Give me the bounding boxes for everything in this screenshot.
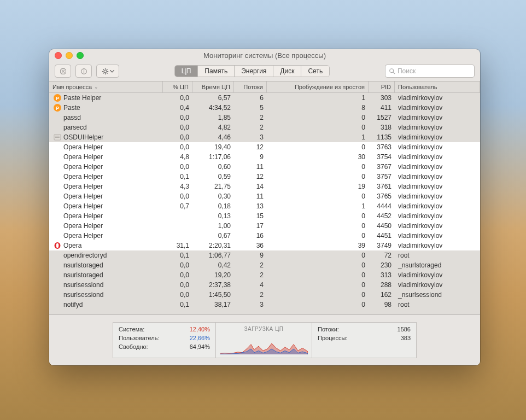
table-row[interactable]: opendirectoryd0,11:06,779072root (49, 250, 480, 260)
tab-ЦП[interactable]: ЦП (175, 66, 198, 77)
table-row[interactable]: Opera Helper0,131504452vladimirkovylov (49, 211, 480, 221)
activity-monitor-window: Мониторинг системы (Все процессы) ЦППамя… (49, 49, 480, 365)
threads-value: 2 (234, 114, 267, 121)
column-user[interactable]: Пользователь (395, 81, 480, 92)
process-name: opendirectoryd (63, 252, 107, 259)
cpu-value: 0,0 (163, 163, 192, 171)
table-header: Имя процесса⌄ % ЦП Время ЦП Потоки Пробу… (49, 81, 480, 93)
table-row[interactable]: Opera Helper0,00,301103765vladimirkovylo… (49, 191, 480, 201)
user-value: _nsurlsessiond (395, 291, 480, 299)
user-value: vladimirkovylov (395, 222, 480, 230)
table-row[interactable]: nsurlsessiond0,02:37,3840288vladimirkovy… (49, 280, 480, 290)
table-row[interactable]: Opera Helper1,001704450vladimirkovylov (49, 221, 480, 231)
cpu-summary-box: Система:12,40% Пользователь:22,66% Свобо… (113, 322, 215, 358)
chart-title: ЗАГРУЗКА ЦП (244, 326, 283, 332)
process-name: Opera Helper (63, 183, 103, 190)
search-icon (389, 68, 395, 74)
table-row[interactable]: Opera Helper0,019,401203763vladimirkovyl… (49, 142, 480, 152)
wake-value: 30 (267, 153, 369, 161)
window-title: Мониторинг системы (Все процессы) (49, 51, 480, 60)
process-name: notifyd (63, 301, 83, 308)
pid-value: 3763 (369, 143, 395, 151)
table-row[interactable]: nsurlsessiond0,01:45,5020162_nsurlsessio… (49, 290, 480, 300)
table-row[interactable]: Opera Helper0,70,181314444vladimirkovylo… (49, 201, 480, 211)
user-value: vladimirkovylov (395, 124, 480, 131)
time-value: 1,00 (192, 222, 234, 230)
tab-Энергия[interactable]: Энергия (235, 66, 273, 77)
table-row[interactable]: Opera Helper0,671604451vladimirkovylov (49, 231, 480, 241)
time-value: 0,59 (192, 173, 234, 180)
cpu-value: 0,0 (163, 261, 192, 269)
pid-value: 288 (369, 281, 395, 289)
table-row[interactable]: nsurlstoraged0,00,4220230_nsurlstoraged (49, 260, 480, 270)
threads-value: 2 (234, 271, 267, 279)
tab-Сеть[interactable]: Сеть (301, 66, 329, 77)
tab-Диск[interactable]: Диск (273, 66, 301, 77)
procs-value: 383 (401, 335, 411, 341)
procs-label: Процессы: (318, 335, 347, 341)
zoom-button[interactable] (77, 52, 84, 59)
svg-rect-23 (55, 137, 60, 138)
wake-value: 0 (267, 143, 369, 151)
stop-process-button[interactable] (55, 65, 71, 78)
column-pid[interactable]: PID (369, 81, 395, 92)
column-threads[interactable]: Потоки (234, 81, 267, 92)
pid-value: 1135 (369, 133, 395, 141)
user-value: vladimirkovylov (395, 153, 480, 161)
cpu-value: 0,0 (163, 133, 192, 141)
table-row[interactable]: Opera Helper0,00,601103767vladimirkovylo… (49, 162, 480, 172)
process-name: Opera Helper (63, 192, 103, 200)
column-cpu[interactable]: % ЦП (163, 81, 192, 92)
svg-point-6 (104, 70, 107, 73)
search-input[interactable]: Поиск (385, 65, 475, 78)
wake-value: 1 (267, 202, 369, 210)
table-row[interactable]: PPaste Helper0,06,5761303vladimirkovylov (49, 93, 480, 103)
pid-value: 4444 (369, 202, 395, 210)
cpu-load-chart (220, 335, 308, 354)
table-row[interactable]: notifyd0,138,173098root (49, 300, 480, 310)
cpu-value: 31,1 (163, 242, 192, 249)
threads-value: 15 (234, 212, 267, 220)
pid-value: 4451 (369, 232, 395, 240)
close-button[interactable] (55, 52, 62, 59)
table-row[interactable]: Opera Helper0,10,591203757vladimirkovylo… (49, 172, 480, 182)
process-name: Opera Helper (63, 163, 103, 171)
threads-value: 1586 (398, 326, 411, 332)
table-row[interactable]: Opera31,12:20,3136393749vladimirkovylov (49, 241, 480, 250)
titlebar[interactable]: Мониторинг системы (Все процессы) (49, 49, 480, 61)
minimize-button[interactable] (66, 52, 73, 59)
column-wake[interactable]: Пробуждение из простоя (267, 81, 369, 92)
table-row[interactable]: Opera Helper4,321,7514193761vladimirkovy… (49, 182, 480, 191)
process-name: Paste Helper (63, 94, 101, 102)
wake-value: 19 (267, 183, 369, 190)
table-row[interactable]: Opera Helper4,81:17,069303754vladimirkov… (49, 152, 480, 162)
threads-value: 2 (234, 124, 267, 131)
pid-value: 3761 (369, 183, 395, 190)
table-row[interactable]: nsurlstoraged0,019,2020313vladimirkovylo… (49, 270, 480, 280)
process-name: passd (63, 114, 81, 121)
cpu-value: 0,0 (163, 192, 192, 200)
table-row[interactable]: PPaste0,44:34,5258411vladimirkovylov (49, 103, 480, 113)
svg-line-13 (106, 69, 107, 70)
threads-value: 12 (234, 143, 267, 151)
threads-value: 11 (234, 163, 267, 171)
table-row[interactable]: parsecd0,04,8220318vladimirkovylov (49, 122, 480, 132)
tab-segmented-control: ЦППамятьЭнергияДискСеть (174, 65, 330, 77)
process-table-body[interactable]: PPaste Helper0,06,5761303vladimirkovylov… (49, 93, 480, 314)
table-row[interactable]: passd0,01,85201527vladimirkovylov (49, 113, 480, 122)
svg-text:P: P (56, 96, 59, 101)
pid-value: 318 (369, 124, 395, 131)
user-value: root (395, 301, 480, 308)
pid-value: 313 (369, 271, 395, 279)
footer: Система:12,40% Пользователь:22,66% Свобо… (49, 314, 480, 365)
tab-Память[interactable]: Память (198, 66, 235, 77)
wake-value: 0 (267, 163, 369, 171)
process-name: nsurlstoraged (63, 271, 103, 279)
column-time[interactable]: Время ЦП (192, 81, 234, 92)
process-name: Paste (63, 104, 80, 112)
pid-value: 3754 (369, 153, 395, 161)
settings-menu-button[interactable] (96, 65, 119, 78)
table-row[interactable]: OSDUIHelper0,04,46311135vladimirkovylov (49, 132, 480, 142)
info-button[interactable] (75, 65, 92, 78)
column-name[interactable]: Имя процесса⌄ (49, 81, 163, 92)
